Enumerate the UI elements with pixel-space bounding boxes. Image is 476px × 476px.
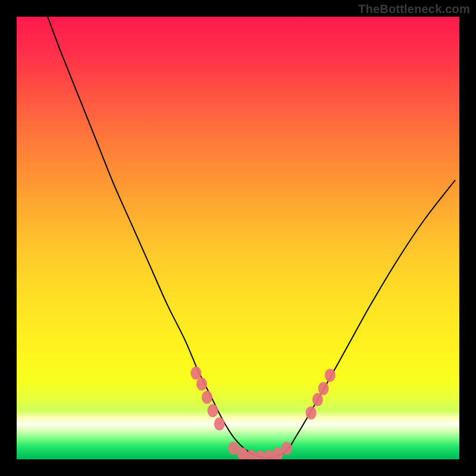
curve-marker — [281, 441, 292, 455]
curve-marker — [318, 382, 329, 395]
curve-marker — [312, 393, 323, 406]
watermark-label: TheBottleneck.com — [358, 2, 470, 16]
curve-marker — [202, 391, 212, 404]
curve-marker — [208, 404, 218, 417]
plot-area — [17, 17, 459, 459]
curve-marker — [214, 417, 225, 430]
curve-marker — [190, 367, 201, 380]
bottleneck-curve — [48, 17, 455, 458]
chart-svg — [17, 17, 459, 459]
curve-marker — [306, 406, 317, 419]
curve-marker — [325, 369, 336, 382]
curve-marker — [196, 378, 207, 391]
chart-frame: TheBottleneck.com — [0, 0, 476, 476]
marker-group — [190, 367, 335, 459]
